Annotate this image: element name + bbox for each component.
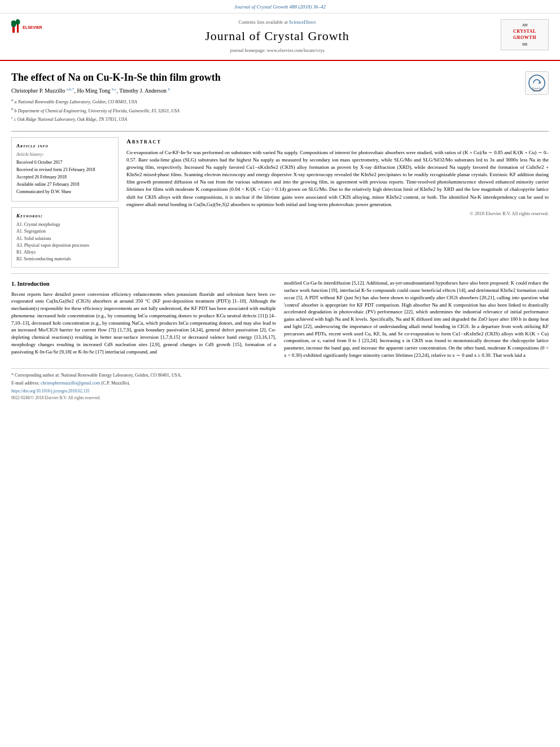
header-center: Contents lists available at ScienceDirec… [68,19,487,55]
footnote-email: E-mail address: christophermuzzillo@gmai… [11,380,549,386]
revised-date: Received in revised form 23 February 201… [16,167,113,173]
copyright-line: © 2018 Elsevier B.V. All rights reserved… [126,211,549,217]
rights-footer: 0022-0248/© 2018 Elsevier B.V. All right… [11,395,549,401]
sciencedirect-text: Contents lists available at ScienceDirec… [239,19,316,26]
accepted-date: Accepted 26 February 2018 [16,174,113,180]
left-col: Article info Article history: Received 6… [11,137,119,268]
header-right: ▮▮▮ CRYSTAL GROWTH ▮▮▮ [498,19,549,55]
svg-text:updates: updates [533,89,541,92]
journal-homepage: journal homepage: www.elsevier.com/locat… [230,47,325,54]
svg-text:ELSEVIER: ELSEVIER [23,25,42,29]
journal-top-bar: Journal of Crystal Growth 488 (2018) 36–… [0,0,560,14]
elsevier-logo: ELSEVIER [11,19,51,35]
header-left: ELSEVIER [11,19,56,55]
communicated-by: Communicated by D.W. Shaw [16,189,113,195]
section-divider [11,273,549,274]
authors-line: Christopher P. Muzzillo a,b,*, Ho Ming T… [11,87,221,95]
keywords-list: A1. Crystal morphology A1. Segregation A… [16,221,113,262]
keywords-label: Keywords: [16,212,113,220]
section-intro-heading: 1. Introduction [11,279,276,288]
affiliation-c: c c Oak Ridge National Laboratory, Oak R… [11,115,221,123]
doi-footer: https://doi.org/10.1016/j.jcrysgro.2018.… [11,388,549,395]
keyword-item: A1. Crystal morphology [16,221,113,228]
history-label: Article history: [16,151,113,158]
intro-para1: Recent reports have detailed power conve… [11,291,276,356]
keyword-item: B2. Semiconducting materials [16,256,113,262]
right-col: Abstract Co-evaporation of Cu-KF-In-Se w… [126,137,549,268]
article-info-label: Article info [16,142,113,150]
crystal-growth-logo: ▮▮▮ CRYSTAL GROWTH ▮▮▮ [501,19,549,50]
footnote-corresponding: * Corresponding author at: National Rene… [11,372,549,378]
keyword-item: A1. Segregation [16,228,113,234]
svg-point-3 [16,19,20,25]
received-date: Received 6 October 2017 [16,159,113,165]
journal-title: Journal of Crystal Growth [205,28,349,45]
journal-name-top: Journal of Crystal Growth 488 (2018) 36–… [234,3,326,11]
article-info-abstract-cols: Article info Article history: Received 6… [11,137,549,268]
abstract-section: Abstract Co-evaporation of Cu-KF-In-Se w… [126,137,549,217]
article-info-box: Article info Article history: Received 6… [11,137,119,202]
check-for-updates-badge: Check for updates [525,71,549,95]
abstract-label: Abstract [126,137,549,146]
header-area: ELSEVIER Contents lists available at Sci… [0,14,560,62]
email-link[interactable]: christophermuzzillo@gmail.com [41,381,100,386]
keyword-item: B1. Alloys [16,249,113,255]
intro-para2: modified Cu-Ga-In interdiffusion [5,12].… [284,279,549,359]
keywords-box: Keywords: A1. Crystal morphology A1. Seg… [11,207,119,268]
affiliation-a: a a National Renewable Energy Laboratory… [11,97,221,106]
available-date: Available online 27 February 2018 [16,181,113,187]
body-col-left: 1. Introduction Recent reports have deta… [11,279,276,362]
article-outer: The effect of Na on Cu-K-In-Se thin film… [0,61,560,407]
body-two-col: 1. Introduction Recent reports have deta… [11,279,549,362]
sciencedirect-link[interactable]: ScienceDirect [289,19,316,25]
footnote-area: * Corresponding author at: National Rene… [11,368,549,401]
body-col-right: modified Cu-Ga-In interdiffusion [5,12].… [284,279,549,362]
abstract-text: Co-evaporation of Cu-KF-In-Se was perfor… [126,149,549,208]
affiliations: a a National Renewable Energy Laboratory… [11,97,221,123]
keyword-item: A3. Physical vapor deposition processes [16,242,113,248]
page: Journal of Crystal Growth 488 (2018) 36–… [0,0,560,747]
affiliation-b: b b Department of Chemical Engineering, … [11,106,221,115]
doi-link[interactable]: https://doi.org/10.1016/j.jcrysgro.2018.… [11,388,90,394]
keyword-item: A1. Solid solutions [16,235,113,242]
article-title: The effect of Na on Cu-K-In-Se thin film… [11,71,221,84]
article-title-section: The effect of Na on Cu-K-In-Se thin film… [11,71,549,132]
